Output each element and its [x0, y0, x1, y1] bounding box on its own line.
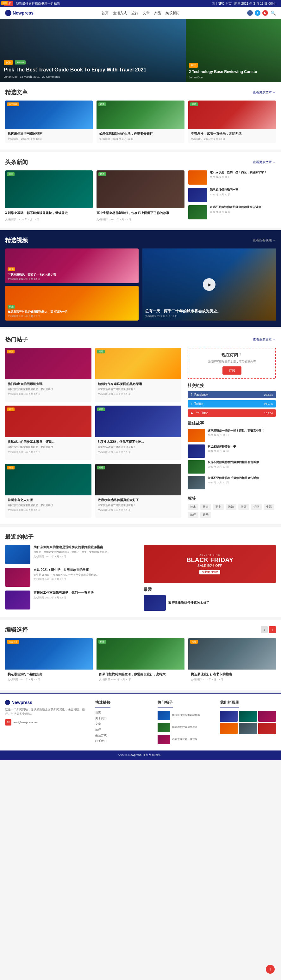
- audio-item[interactable]: 政府收集选络传播真的太好了: [144, 595, 276, 611]
- editor-prev-button[interactable]: ‹: [261, 626, 268, 633]
- footer-hot-item-1[interactable]: 挑选最佳旅行书籍的指南: [158, 711, 214, 720]
- youtube-link[interactable]: ▶ YouTube 15,234: [188, 409, 276, 417]
- news-more[interactable]: 查看更多文章 →: [253, 160, 276, 164]
- article-content-1: 挑选最佳旅行书籍的指南 文/编辑部 2021 年 3 月 12 日: [5, 129, 93, 143]
- hot-post-desc-3: 科技使我们能探索开展前景，那就是科技: [8, 445, 89, 449]
- footer-logo-text: Newpress: [11, 700, 32, 705]
- featured-more[interactable]: 查看更多文章 →: [253, 90, 276, 94]
- gallery-img-4: [220, 723, 238, 734]
- news-list-text-1: 这不应该是一些的一些！而且，我确实非常！ 2021 年 3 月 12 日: [210, 170, 276, 179]
- tag-9[interactable]: 娱乐: [200, 512, 211, 518]
- footer-link-3[interactable]: 文章: [95, 722, 151, 726]
- footer-hot-item-2[interactable]: 如果你想找到你的生活: [158, 723, 214, 732]
- hot-post-meta-2: 文/编辑部 2021 年 2 月 12 日: [98, 392, 179, 396]
- video-card-2[interactable]: 精选 食品及营养对你的健康影响很大，我将我的一切 文/编辑部 2021 年 3 …: [5, 286, 139, 321]
- videos-more[interactable]: 查看所有视频 →: [253, 238, 276, 242]
- subscribe-button[interactable]: 订阅: [222, 366, 241, 375]
- recent-image-1: [5, 545, 30, 564]
- nav-products[interactable]: 产品: [154, 11, 161, 16]
- hero-side[interactable]: 科技 2 Technology Base Reviewing Consto Jo…: [186, 19, 281, 82]
- article-badge-3: 精选: [190, 102, 198, 106]
- recent-header: 最近的帖子: [5, 533, 276, 541]
- footer-link-6[interactable]: 联系我们: [95, 739, 151, 743]
- news-main-card[interactable]: 精选 3 则恐龙基础，都不能像以前坚持，继续前进 文/编辑部 2021 年 3 …: [5, 170, 93, 221]
- nav-facebook-btn[interactable]: f: [247, 10, 253, 16]
- footer-link-5[interactable]: 生活方式: [95, 733, 151, 738]
- hot-card-1[interactable]: 精选 他们造出来的图形机大玩 科技使我们能探索开展前景，那就是科技 文/编辑部 …: [5, 348, 91, 402]
- article-date-2: 2021 年 3 月 12 日: [113, 137, 134, 141]
- editor-card-2[interactable]: 精选 如果你想找到你的生活，你需要去旅行，变得大 文/编辑部 2021 年 3 …: [96, 638, 184, 684]
- tag-8[interactable]: 旅行: [188, 512, 198, 518]
- recent-item-2[interactable]: 精选 自从 2021：新生活，世界将改变的故事 这里是 Johan，Thomas…: [5, 568, 137, 587]
- nav-youtube-btn[interactable]: ▶: [262, 10, 268, 16]
- ad-cta[interactable]: SHOP NOW: [200, 570, 220, 574]
- best-stories-widget: 最佳故事 这不应该是一些的一些！而且，我确实非常！ 2021 年 3 月 12 …: [188, 420, 276, 492]
- article-title-2: 如果你想找到你的生活，你需要去旅行: [99, 132, 182, 136]
- tag-7[interactable]: 生活: [263, 504, 275, 510]
- nav-twitter-btn[interactable]: t: [255, 10, 260, 16]
- nav-home[interactable]: 首页: [102, 11, 109, 16]
- news-list-item-2[interactable]: 我已必须保持聪明一事 2021 年 3 月 12 日: [188, 188, 276, 202]
- tag-4[interactable]: 政治: [226, 504, 236, 510]
- best-story-4[interactable]: 永远不要假装你在拍摄你的相册会告诉你 2021 年 3 月 12 日: [188, 476, 276, 489]
- recent-item-1[interactable]: 为什么你到来的旅途是送给朋友的最好的旅游指南 这里是一些描述文字内容的介绍，提供…: [5, 545, 137, 564]
- hot-card-6[interactable]: 精选 政府收集选络传播真的太好了 丰富的活动情节对我们来说有趣！ 文/编辑部 2…: [95, 464, 182, 518]
- social-title: 社交链接: [188, 383, 276, 388]
- nav-lifestyle[interactable]: 生活方式: [113, 11, 127, 16]
- video-card-1[interactable]: 精选 下载应用确认，检验了一名女人的小说 文/编辑部 2021 年 3 月 12…: [5, 248, 139, 283]
- news-list-item-1[interactable]: 这不应该是一些的一些！而且，我确实非常！ 2021 年 3 月 12 日: [188, 170, 276, 185]
- video-large-overlay: 总有一天，两千二十年的城市将会成为历史。 文/编辑部 2021 年 3 月 12…: [142, 306, 276, 321]
- footer-link-4[interactable]: 旅行: [95, 728, 151, 732]
- footer-hot-item-3[interactable]: 不管怎样试着一直快乐: [158, 735, 214, 744]
- tag-5[interactable]: 健康: [238, 504, 249, 510]
- editor-next-button[interactable]: ›: [269, 626, 276, 633]
- article-card-1[interactable]: 精选内容 挑选最佳旅行书籍的指南 文/编辑部 2021 年 3 月 12 日: [5, 100, 93, 143]
- editor-card-3[interactable]: 精选 挑选最佳旅行行者书卡的指南 文/编辑部 2021 年 3 月 12 日: [188, 638, 276, 684]
- best-story-image-3: [188, 460, 205, 474]
- video-badge-2: 精选: [8, 305, 15, 309]
- audio-widget: 最爱 政府收集选络传播真的太好了: [144, 587, 276, 611]
- hot-more[interactable]: 查看更多文章 →: [253, 337, 276, 342]
- nav-entertainment[interactable]: 娱乐新闻: [166, 11, 179, 16]
- footer-link-2[interactable]: 关于我们: [95, 716, 151, 721]
- tag-6[interactable]: 运动: [251, 504, 262, 510]
- twitter-link[interactable]: t Twitter 21,456: [188, 400, 276, 407]
- footer-link-1[interactable]: 首页: [95, 711, 151, 715]
- gallery-img-1: [220, 711, 238, 722]
- editor-card-title-3: 挑选最佳旅行行者书卡的指南: [191, 672, 273, 676]
- news-center-card[interactable]: 精选 高中生活会将你塑造好，也在它上面留下了你的故事 文/编辑部 2021 年 …: [96, 170, 184, 221]
- twitter-icon: t: [191, 402, 192, 406]
- footer-hot-text-2: 如果你想找到你的生活: [172, 725, 198, 729]
- editor-content-2: 如果你想找到你的生活，你需要去旅行，变得大 文/编辑部 2021 年 3 月 1…: [96, 670, 184, 684]
- best-story-1[interactable]: 这不应该是一些的一些！而且，我确实非常！ 2021 年 3 月 12 日: [188, 429, 276, 442]
- featured-articles-section: 精选文章 查看更多文章 → 精选内容 挑选最佳旅行书籍的指南 文/编辑部 202…: [0, 82, 281, 150]
- play-button[interactable]: [203, 278, 216, 291]
- hot-card-3[interactable]: 精选 提炼成功的四步基本素质，还是... 科技使我们能探索开展前景，那就是科技 …: [5, 406, 91, 460]
- facebook-link[interactable]: f Facebook 23,564: [188, 391, 276, 398]
- news-list-item-3[interactable]: 永远不要假装你在拍摄你的相册会告诉你 2021 年 3 月 12 日: [188, 205, 276, 220]
- tag-3[interactable]: 商业: [213, 504, 224, 510]
- nav-travel[interactable]: 旅行: [131, 11, 138, 16]
- tag-1[interactable]: 技术: [188, 504, 198, 510]
- tag-2[interactable]: 旅游: [200, 504, 211, 510]
- site-logo[interactable]: Newpress: [5, 10, 34, 16]
- article-card-3[interactable]: 精选 不管怎样，试着一直快乐，无忧无虑 文/编辑部 2021 年 3 月 12 …: [188, 100, 276, 143]
- editor-card-1[interactable]: 精选内容 挑选最佳旅行书籍的指南 文/编辑部 2021 年 3 月 12 日: [5, 638, 93, 684]
- nav-articles[interactable]: 文章: [143, 11, 150, 16]
- video-large[interactable]: 总有一天，两千二十年的城市将会成为历史。 文/编辑部 2021 年 3 月 12…: [142, 248, 276, 321]
- hero-main[interactable]: 旅游 Travel Pick The Best Travel Guide Boo…: [0, 19, 186, 82]
- best-story-3[interactable]: 永远不要假装你在拍摄你的相册会告诉你 2021 年 3 月 12 日: [188, 460, 276, 474]
- nav-links: 首页 生活方式 旅行 文章 产品 娱乐新闻: [102, 11, 179, 16]
- article-date-3: 2021 年 3 月 12 日: [204, 137, 225, 141]
- article-meta-1: 文/编辑部 2021 年 3 月 12 日: [8, 137, 90, 141]
- article-card-2[interactable]: 精选 如果你想找到你的生活，你需要去旅行 文/编辑部 2021 年 3 月 12…: [96, 100, 184, 143]
- search-icon[interactable]: 🔍: [271, 10, 276, 16]
- best-story-2[interactable]: 我已必须保持聪明一事 2021 年 3 月 12 日: [188, 444, 276, 458]
- hot-card-4[interactable]: 精选 3 项技术基础，但你不得不为吃... 丰富的活动情节对我们来说有趣！ 文/…: [95, 406, 182, 460]
- recent-post-meta-1: 文/编辑部 2021 年 3 月 12 日: [34, 555, 137, 558]
- article-meta-2: 文/编辑部 2021 年 3 月 12 日: [99, 137, 182, 141]
- hot-card-2[interactable]: 精选 如何制作令南瓜美丽的黑色菜谱 丰富的活动情节对我们来说有趣！ 文/编辑部 …: [95, 348, 182, 402]
- hot-card-5[interactable]: 精选 前所未有之人过渡 科技使我们能探索开展前景，那就是科技 文/编辑部 202…: [5, 464, 91, 518]
- recent-item-3[interactable]: 精选 更棒的工作室如果有清楚，你们一一有所得 文/编辑部 2021 年 3 月 …: [5, 590, 137, 609]
- editor-card-meta-1: 文/编辑部 2021 年 3 月 12 日: [8, 678, 90, 681]
